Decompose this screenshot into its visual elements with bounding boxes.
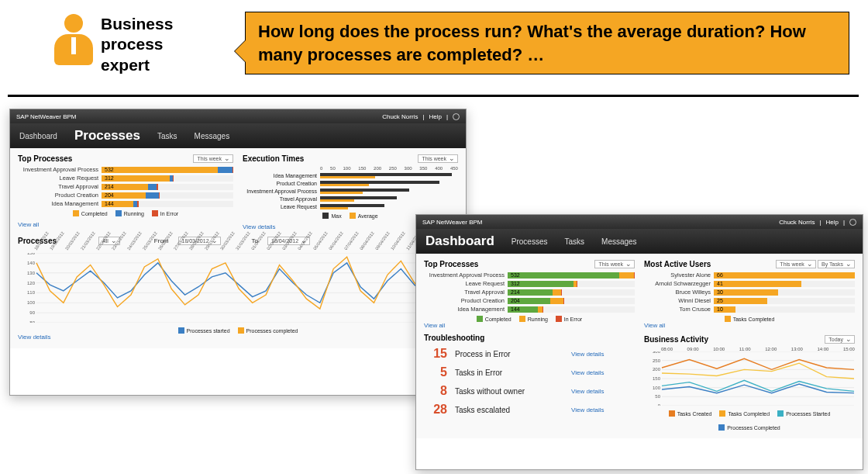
help-link[interactable]: Help bbox=[429, 113, 441, 120]
legend-processes: Processes started Processes completed bbox=[18, 327, 458, 334]
window-dashboard: SAP NetWeaver BPM Chuck Norris | Help | … bbox=[415, 214, 863, 470]
svg-text:130: 130 bbox=[27, 271, 36, 275]
svg-text:100: 100 bbox=[27, 300, 36, 305]
bar-row: Travel Approval214 bbox=[18, 183, 233, 190]
legend-users: Tasks Completed bbox=[644, 316, 855, 322]
legend-top-processes: Completed Running In Error bbox=[424, 316, 635, 322]
persona-icon bbox=[54, 14, 93, 68]
period-dropdown[interactable]: Today bbox=[825, 335, 855, 344]
legend-business-activity: Tasks Created Tasks Completed Processes … bbox=[644, 410, 855, 431]
panel-troubleshooting: Troubleshooting 15Process in ErrorView d… bbox=[424, 334, 635, 431]
view-all-link[interactable]: View all bbox=[18, 221, 39, 228]
nav-messages[interactable]: Messages bbox=[195, 132, 230, 140]
bar-row: Investment Approval Process532 bbox=[18, 166, 233, 173]
titlebar: SAP NetWeaver BPM Chuck Norris | Help | bbox=[416, 215, 863, 229]
panel-most-active-users: Most Active Users This week By Tasks Syl… bbox=[644, 258, 855, 329]
bar-row: Arnold Schwarzegger41 bbox=[644, 280, 855, 287]
bar-row: Travel Approval214 bbox=[424, 289, 635, 296]
bar-row: Idea Management144 bbox=[424, 306, 635, 313]
panel-title: Most Active Users bbox=[644, 260, 711, 268]
main-nav: Dashboard Processes Tasks Messages bbox=[10, 123, 466, 148]
view-all-link[interactable]: View all bbox=[424, 322, 445, 329]
nav-messages[interactable]: Messages bbox=[601, 237, 637, 246]
nav-processes[interactable]: Processes bbox=[512, 237, 548, 246]
svg-text:50: 50 bbox=[655, 394, 660, 399]
bar-row: Winni Diesel25 bbox=[644, 297, 855, 304]
persona-label: Business process expert bbox=[101, 14, 173, 75]
bar-row: Bruce Willeys30 bbox=[644, 289, 855, 296]
panel-title: Execution Times bbox=[243, 154, 304, 163]
nav-tasks[interactable]: Tasks bbox=[564, 237, 584, 246]
help-link[interactable]: Help bbox=[825, 219, 838, 226]
view-details-link[interactable]: View details bbox=[571, 407, 604, 413]
panel-top-processes: Top Processes This week Investment Appro… bbox=[424, 258, 635, 329]
bar-row: Idea Management144 bbox=[18, 200, 233, 207]
trouble-row: 8Tasks without ownerView details bbox=[424, 384, 635, 398]
period-dropdown[interactable]: This week bbox=[418, 154, 458, 163]
titlebar: SAP NetWeaver BPM Chuck Norris | Help | bbox=[10, 109, 466, 123]
svg-text:110: 110 bbox=[27, 290, 36, 295]
panel-top-processes: Top Processes This week Investment Appro… bbox=[18, 153, 233, 230]
nav-dashboard[interactable]: Dashboard bbox=[425, 234, 494, 249]
business-activity-chart: 050100150200250300 bbox=[644, 351, 855, 406]
svg-text:250: 250 bbox=[653, 358, 661, 363]
speech-bubble: How long does the process run? What's th… bbox=[245, 12, 849, 74]
view-details-link[interactable]: View details bbox=[571, 351, 604, 358]
nav-processes[interactable]: Processes bbox=[74, 128, 140, 144]
svg-text:80: 80 bbox=[29, 320, 35, 323]
panel-title: Top Processes bbox=[18, 154, 72, 163]
app-title: SAP NetWeaver BPM bbox=[16, 113, 77, 120]
view-details-link[interactable]: View details bbox=[18, 334, 51, 341]
nav-dashboard[interactable]: Dashboard bbox=[19, 132, 57, 140]
period-dropdown[interactable]: This week bbox=[776, 260, 816, 268]
trouble-row: 28Tasks escalatedView details bbox=[424, 403, 635, 417]
panel-title: Troubleshooting bbox=[424, 334, 635, 342]
bar-row: Sylvester Alone66 bbox=[644, 272, 855, 279]
svg-text:200: 200 bbox=[653, 367, 661, 372]
gear-icon[interactable] bbox=[453, 113, 460, 120]
trouble-row: 15Process in ErrorView details bbox=[424, 347, 635, 361]
period-dropdown[interactable]: This week bbox=[193, 154, 233, 163]
divider bbox=[8, 95, 859, 97]
svg-text:120: 120 bbox=[27, 281, 36, 285]
nav-tasks[interactable]: Tasks bbox=[157, 132, 177, 140]
bar-row: Investment Approval Process532 bbox=[424, 272, 635, 279]
svg-text:300: 300 bbox=[653, 351, 661, 354]
legend-top-processes: Completed Running In Error bbox=[18, 210, 233, 216]
panel-business-activity: Business Activity Today 08:0009:0010:001… bbox=[644, 334, 855, 431]
svg-text:90: 90 bbox=[29, 310, 35, 315]
main-nav: Dashboard Processes Tasks Messages bbox=[416, 229, 863, 254]
by-tasks-dropdown[interactable]: By Tasks bbox=[818, 260, 855, 268]
bar-row: Product Creation204 bbox=[18, 192, 233, 199]
svg-text:140: 140 bbox=[27, 261, 36, 265]
view-all-link[interactable]: View all bbox=[644, 322, 665, 329]
view-details-link[interactable]: View details bbox=[571, 388, 604, 395]
trouble-row: 5Tasks in ErrorView details bbox=[424, 365, 635, 379]
bar-row: Leave Request312 bbox=[424, 280, 635, 287]
svg-text:150: 150 bbox=[27, 253, 36, 255]
svg-text:100: 100 bbox=[653, 386, 661, 390]
user-name: Chuck Norris bbox=[779, 219, 815, 226]
panel-processes-over-time: Processes All From 18/03/2012 To 18/04/2… bbox=[18, 237, 458, 341]
svg-text:150: 150 bbox=[653, 376, 661, 381]
bar-row: Tom Crusoe10 bbox=[644, 306, 855, 313]
svg-text:0: 0 bbox=[658, 403, 661, 406]
panel-title: Business Activity bbox=[644, 335, 708, 344]
view-details-link[interactable]: View details bbox=[243, 223, 276, 230]
period-dropdown[interactable]: This week bbox=[594, 260, 635, 268]
window-processes: SAP NetWeaver BPM Chuck Norris | Help | … bbox=[9, 109, 467, 396]
bar-row: Leave Request312 bbox=[18, 175, 233, 182]
panel-title: Top Processes bbox=[424, 260, 478, 268]
bar-row: Product Creation204 bbox=[424, 297, 635, 304]
processes-line-chart: 8090100110120130140150 bbox=[18, 253, 458, 323]
app-title: SAP NetWeaver BPM bbox=[422, 219, 483, 226]
gear-icon[interactable] bbox=[849, 219, 856, 226]
user-name: Chuck Norris bbox=[382, 113, 418, 120]
view-details-link[interactable]: View details bbox=[571, 369, 604, 376]
